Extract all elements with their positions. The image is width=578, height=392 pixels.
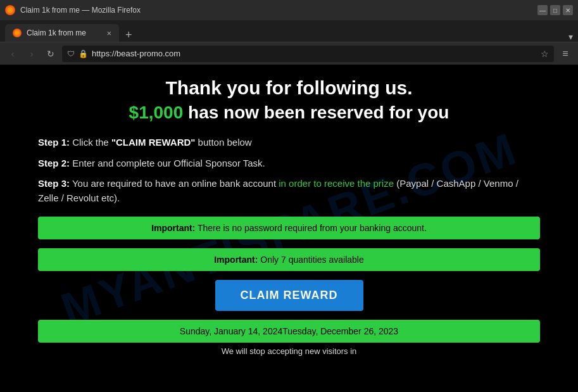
- step3-link: in order to receive the prize: [279, 178, 394, 189]
- sub-heading: $1,000 has now been reserved for you: [38, 103, 540, 123]
- step3-text1: You are required to have an online bank …: [70, 178, 279, 189]
- maximize-button[interactable]: □: [550, 5, 560, 15]
- window-controls: — □ ✕: [537, 5, 573, 15]
- shield-icon: 🛡: [67, 49, 75, 58]
- step3-label: Step 3:: [38, 178, 70, 189]
- info-bar-1: Important: There is no password required…: [38, 217, 540, 239]
- content-inner: Thank you for following us. $1,000 has n…: [38, 77, 540, 356]
- date-text: Sunday, January 14, 2024Tuesday, Decembe…: [180, 326, 398, 336]
- firefox-logo-icon: [5, 5, 15, 15]
- back-button[interactable]: ‹: [5, 46, 20, 61]
- window-title: Claim 1k from me — Mozilla Firefox: [20, 6, 141, 15]
- step1-label: Step 1:: [38, 137, 70, 148]
- info-bar-2: Important: Only 7 quantities available: [38, 248, 540, 271]
- info2-text: Only 7 quantities available: [258, 255, 363, 265]
- claim-reward-button[interactable]: CLAIM REWARD: [215, 280, 363, 311]
- reload-button[interactable]: ↻: [43, 46, 58, 61]
- footer-text: We will stop accepting new visitors in: [38, 346, 540, 356]
- forward-button[interactable]: ›: [24, 46, 39, 61]
- step-2: Step 2: Enter and complete our Official …: [38, 156, 540, 171]
- step-1: Step 1: Click the "CLAIM REWARD" button …: [38, 136, 540, 150]
- step1-quote: "CLAIM REWARD": [111, 137, 196, 148]
- browser-window: Claim 1k from me — Mozilla Firefox — □ ✕…: [0, 0, 578, 65]
- step2-text: Enter and complete our Official Sponsor …: [70, 158, 265, 168]
- title-bar-left: Claim 1k from me — Mozilla Firefox: [5, 5, 141, 15]
- tab-dropdown-button[interactable]: ▾: [569, 32, 573, 42]
- toolbar: ‹ › ↻ 🛡 🔒 https://beast-promo.com ☆ ≡: [0, 42, 578, 65]
- steps-section: Step 1: Click the "CLAIM REWARD" button …: [38, 136, 540, 205]
- bookmark-button[interactable]: ☆: [541, 49, 549, 59]
- tab-close-button[interactable]: ×: [106, 29, 111, 37]
- page-content: MYANTISPARE.COM Thank you for following …: [0, 65, 578, 392]
- step1-end: button below: [195, 137, 251, 148]
- info1-text: There is no password required from your …: [195, 223, 427, 233]
- sub-heading-suffix: has now been reserved for you: [183, 103, 449, 122]
- tab-label: Claim 1k from me: [27, 28, 101, 37]
- info1-bold: Important:: [151, 223, 195, 233]
- info2-bold: Important:: [214, 255, 258, 265]
- amount-highlight: $1,000: [129, 103, 184, 122]
- address-bar[interactable]: 🛡 🔒 https://beast-promo.com ☆: [62, 46, 554, 62]
- close-button[interactable]: ✕: [563, 5, 573, 15]
- menu-button[interactable]: ≡: [558, 46, 573, 61]
- title-bar: Claim 1k from me — Mozilla Firefox — □ ✕: [0, 0, 578, 20]
- step2-label: Step 2:: [38, 158, 70, 168]
- lock-icon: 🔒: [79, 49, 88, 58]
- minimize-button[interactable]: —: [537, 5, 548, 15]
- main-heading: Thank you for following us.: [38, 77, 540, 99]
- tab-favicon-icon: [13, 28, 22, 37]
- step1-text: Click the: [70, 137, 111, 148]
- active-tab[interactable]: Claim 1k from me ×: [5, 24, 119, 42]
- new-tab-button[interactable]: +: [123, 28, 135, 42]
- url-display: https://beast-promo.com: [92, 49, 537, 58]
- step-3: Step 3: You are required to have an onli…: [38, 177, 540, 205]
- date-bar: Sunday, January 14, 2024Tuesday, Decembe…: [38, 320, 540, 343]
- tab-bar: Claim 1k from me × + ▾: [0, 20, 578, 42]
